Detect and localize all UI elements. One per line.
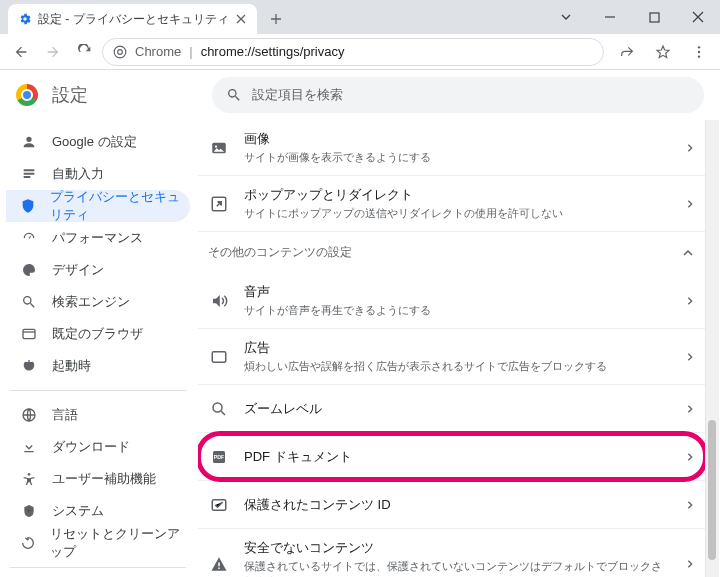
- kebab-icon[interactable]: [684, 37, 714, 67]
- section-header[interactable]: その他のコンテンツの設定: [198, 231, 710, 273]
- sidebar-item[interactable]: 検索エンジン: [6, 286, 190, 318]
- settings-panel: 画像サイトが画像を表示できるようにするポップアップとリダイレクトサイトにポップア…: [198, 120, 720, 577]
- sidebar-item[interactable]: 起動時: [6, 350, 190, 382]
- sidebar-item-label: 検索エンジン: [52, 293, 130, 311]
- close-icon[interactable]: [235, 13, 247, 25]
- sidebar-item[interactable]: 既定のブラウザ: [6, 318, 190, 350]
- scrollbar-thumb[interactable]: [708, 420, 716, 560]
- sidebar-item-label: 既定のブラウザ: [52, 325, 143, 343]
- browser-icon: [20, 326, 38, 342]
- search-icon: [226, 87, 242, 103]
- settings-row[interactable]: 広告煩わしい広告や誤解を招く広告が表示されるサイトで広告をブロックする: [198, 328, 710, 384]
- settings-row[interactable]: 画像サイトが画像を表示できるようにする: [198, 120, 710, 175]
- tab-title: 設定 - プライバシーとセキュリティ: [38, 11, 229, 28]
- sidebar-divider: [10, 567, 186, 568]
- ad-icon: [208, 348, 230, 366]
- zoom-icon: [208, 400, 230, 418]
- sidebar-item-label: システム: [52, 502, 104, 520]
- sidebar-item[interactable]: パフォーマンス: [6, 222, 190, 254]
- row-title: PDF ドキュメント: [244, 448, 672, 466]
- chevron-right-icon: [686, 500, 694, 510]
- sidebar-item-label: ユーザー補助機能: [52, 470, 156, 488]
- row-subtitle: サイトが画像を表示できるようにする: [244, 150, 672, 165]
- row-title: ズームレベル: [244, 400, 672, 418]
- sidebar-item-label: ダウンロード: [52, 438, 130, 456]
- row-title: 広告: [244, 339, 672, 357]
- sidebar-item-label: リセットとクリーンアップ: [50, 525, 180, 561]
- chrome-logo-icon: [16, 84, 38, 106]
- shield-icon: [20, 198, 36, 214]
- row-title: ポップアップとリダイレクト: [244, 186, 672, 204]
- row-subtitle: サイトが音声を再生できるようにする: [244, 303, 672, 318]
- sidebar-item[interactable]: ダウンロード: [6, 431, 190, 463]
- sidebar-item[interactable]: ユーザー補助機能: [6, 463, 190, 495]
- row-subtitle: サイトにポップアップの送信やリダイレクトの使用を許可しない: [244, 206, 672, 221]
- sidebar-item[interactable]: Google の設定: [6, 126, 190, 158]
- sidebar-item[interactable]: デザイン: [6, 254, 190, 286]
- svg-rect-14: [212, 351, 226, 362]
- app-header: 設定 設定項目を検索: [0, 70, 720, 120]
- new-tab-button[interactable]: [263, 6, 289, 32]
- settings-row[interactable]: 安全でないコンテンツ保護されているサイトでは、保護されていないコンテンツはデフォ…: [198, 528, 710, 577]
- scrollbar[interactable]: [705, 120, 719, 577]
- sidebar-item-label: 起動時: [52, 357, 91, 375]
- download-icon: [20, 439, 38, 455]
- sidebar-item[interactable]: 自動入力: [6, 158, 190, 190]
- forward-button[interactable]: [38, 37, 68, 67]
- browser-tab[interactable]: 設定 - プライバシーとセキュリティ: [8, 4, 257, 34]
- search-icon: [20, 294, 38, 310]
- star-icon[interactable]: [648, 37, 678, 67]
- settings-row[interactable]: 音声サイトが音声を再生できるようにする: [198, 273, 710, 328]
- sidebar-item-label: 言語: [52, 406, 78, 424]
- svg-point-3: [698, 46, 700, 48]
- sidebar-item-label: デザイン: [52, 261, 104, 279]
- svg-point-5: [698, 55, 700, 57]
- sidebar-item-label: プライバシーとセキュリティ: [50, 188, 180, 224]
- settings-row[interactable]: 保護されたコンテンツ ID: [198, 480, 710, 528]
- svg-point-2: [118, 49, 123, 54]
- palette-icon: [20, 262, 38, 278]
- row-title: 画像: [244, 130, 672, 148]
- reload-button[interactable]: [70, 37, 100, 67]
- search-placeholder: 設定項目を検索: [252, 86, 343, 104]
- gear-icon: [18, 12, 32, 26]
- sidebar-item-label: Google の設定: [52, 133, 137, 151]
- maximize-button[interactable]: [632, 2, 676, 32]
- svg-rect-6: [23, 329, 35, 338]
- settings-row[interactable]: ズームレベル: [198, 384, 710, 432]
- svg-point-15: [213, 403, 222, 412]
- settings-row[interactable]: PDFPDF ドキュメント: [198, 432, 710, 480]
- minimize-button[interactable]: [588, 2, 632, 32]
- pdf-icon: PDF: [208, 448, 230, 466]
- close-window-button[interactable]: [676, 2, 720, 32]
- row-subtitle: 保護されているサイトでは、保護されていないコンテンツはデフォルトでブロックされま…: [244, 559, 672, 577]
- chevron-right-icon: [686, 452, 694, 462]
- address-bar[interactable]: Chrome | chrome://settings/privacy: [102, 38, 604, 66]
- row-title: 音声: [244, 283, 672, 301]
- sidebar-item[interactable]: プライバシーとセキュリティ: [6, 190, 190, 222]
- svg-point-12: [215, 145, 217, 147]
- sidebar: Google の設定自動入力プライバシーとセキュリティパフォーマンスデザイン検索…: [0, 120, 198, 577]
- row-title: 保護されたコンテンツ ID: [244, 496, 672, 514]
- page-title: 設定: [52, 83, 88, 107]
- sidebar-item[interactable]: 言語: [6, 399, 190, 431]
- chevron-right-icon: [686, 143, 694, 153]
- settings-row[interactable]: ポップアップとリダイレクトサイトにポップアップの送信やリダイレクトの使用を許可し…: [198, 175, 710, 231]
- chevron-up-icon: [682, 247, 694, 259]
- chevron-down-icon[interactable]: [544, 2, 588, 32]
- sidebar-item-label: 自動入力: [52, 165, 104, 183]
- address-chip: Chrome: [135, 44, 181, 59]
- globe-icon: [20, 407, 38, 423]
- chevron-right-icon: [686, 296, 694, 306]
- sidebar-item[interactable]: リセットとクリーンアップ: [6, 527, 190, 559]
- section-title: その他のコンテンツの設定: [208, 244, 352, 261]
- sidebar-item[interactable]: システム: [6, 495, 190, 527]
- share-icon[interactable]: [612, 37, 642, 67]
- settings-search[interactable]: 設定項目を検索: [212, 77, 704, 113]
- back-button[interactable]: [6, 37, 36, 67]
- chrome-chip-icon: [113, 45, 127, 59]
- volume-icon: [208, 292, 230, 310]
- chevron-right-icon: [686, 199, 694, 209]
- window-titlebar: 設定 - プライバシーとセキュリティ: [0, 0, 720, 34]
- reset-icon: [20, 535, 36, 551]
